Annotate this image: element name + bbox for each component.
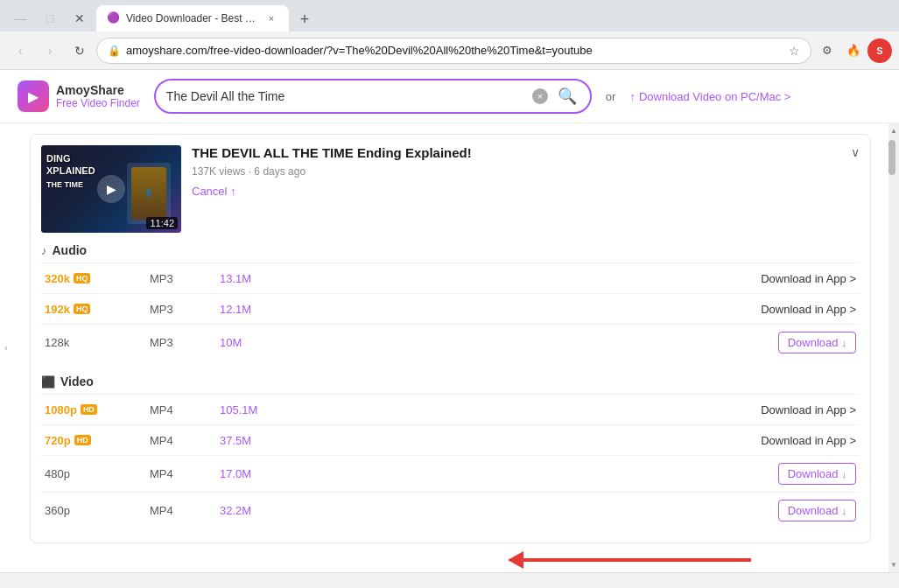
scroll-up-button[interactable]: ▲ bbox=[888, 125, 899, 136]
format-type-mp4-1: MP4 bbox=[150, 403, 220, 416]
address-text: amoyshare.com/free-video-downloader/?v=T… bbox=[126, 44, 783, 57]
download-arrow-icon: ↓ bbox=[842, 506, 847, 516]
quality-192k: 192k HQ bbox=[45, 303, 150, 316]
close-window-button[interactable]: ✕ bbox=[67, 5, 93, 32]
logo-name: AmoyShare bbox=[56, 83, 140, 97]
search-button[interactable]: 🔍 bbox=[555, 84, 579, 108]
quality-value: 320k bbox=[45, 272, 70, 285]
download-app-button-3[interactable]: Download in App > bbox=[761, 403, 856, 416]
video-title: THE DEVIL ALL THE TIME Ending Explained! bbox=[192, 145, 472, 160]
tab-close-button[interactable]: × bbox=[264, 11, 278, 25]
video-section-header: ⬛ Video bbox=[41, 368, 860, 394]
refresh-icon: ↻ bbox=[74, 44, 85, 58]
format-type-mp4-3: MP4 bbox=[150, 467, 220, 480]
extensions-button[interactable]: ⚙ bbox=[815, 38, 839, 63]
format-action-3: Download ↓ bbox=[778, 332, 856, 354]
download-app-button-1[interactable]: Download in App > bbox=[761, 272, 856, 285]
format-size-7: 32.2M bbox=[220, 504, 307, 517]
format-action-2: Download in App > bbox=[761, 301, 856, 317]
download-app-button-2[interactable]: Download in App > bbox=[761, 303, 856, 316]
search-clear-button[interactable]: × bbox=[532, 88, 548, 104]
video-actions: Cancel ↑ bbox=[192, 185, 860, 198]
download-pc-text: Download Video on PC/Mac > bbox=[639, 90, 791, 103]
profile-button[interactable]: S bbox=[867, 38, 892, 63]
status-bar bbox=[0, 572, 899, 588]
logo-text: AmoyShare Free Video Finder bbox=[56, 83, 140, 109]
play-button[interactable]: ▶ bbox=[97, 175, 125, 203]
tab-bar: — □ ✕ 🟣 Video Downloader - Best YouTub..… bbox=[0, 0, 899, 32]
logo-sub: Free Video Finder bbox=[56, 97, 140, 109]
download-free-button-1[interactable]: Download ↓ bbox=[778, 332, 856, 354]
audio-icon: ♪ bbox=[41, 244, 47, 257]
cancel-button[interactable]: Cancel ↑ bbox=[192, 185, 236, 198]
format-row-360p: 360p MP4 32.2M Download ↓ bbox=[41, 492, 860, 528]
scroll-thumb[interactable] bbox=[888, 140, 895, 175]
format-action-7: Download ↓ bbox=[778, 500, 856, 522]
back-icon: ‹ bbox=[18, 44, 23, 58]
download-arrow-icon: ↓ bbox=[842, 469, 847, 480]
audio-section: ♪ Audio 320k HQ MP3 13.1M bbox=[41, 233, 860, 532]
thumb-text: DINGXPLAINEDTHE TIME bbox=[46, 152, 95, 190]
tab-favicon: 🟣 bbox=[107, 11, 121, 25]
tab-label: Video Downloader - Best YouTub... bbox=[126, 12, 259, 24]
site-header: ▶ AmoyShare Free Video Finder × 🔍 or bbox=[0, 70, 899, 123]
format-row-1080p: 1080p HD MP4 105.1M Download in App > bbox=[41, 394, 860, 424]
video-meta: 137K views · 6 days ago bbox=[192, 165, 860, 178]
download-free-button-2[interactable]: Download ↓ bbox=[778, 463, 856, 485]
new-tab-button[interactable]: + bbox=[292, 7, 317, 32]
quality-value: 128k bbox=[45, 336, 69, 349]
video-icon: ⬛ bbox=[41, 375, 55, 388]
format-type-mp3-3: MP3 bbox=[150, 336, 220, 349]
quality-128k: 128k bbox=[45, 336, 150, 349]
search-input[interactable] bbox=[166, 89, 525, 103]
video-label: Video bbox=[60, 374, 94, 388]
nav-bar: ‹ › ↻ 🔒 amoyshare.com/free-video-downloa… bbox=[0, 32, 899, 70]
left-collapse-button[interactable]: ‹ bbox=[0, 123, 12, 572]
format-type-mp4-2: MP4 bbox=[150, 434, 220, 447]
minimize-button[interactable]: — bbox=[7, 5, 33, 32]
lock-icon: 🔒 bbox=[108, 45, 121, 57]
format-row-192k: 192k HQ MP3 12.1M Download in App > bbox=[41, 293, 860, 324]
video-duration: 11:42 bbox=[146, 217, 178, 229]
quality-value: 1080p bbox=[45, 403, 77, 416]
format-action-4: Download in App > bbox=[761, 402, 856, 417]
play-icon: ▶ bbox=[28, 88, 39, 105]
bookmark-icon[interactable]: ☆ bbox=[789, 44, 800, 58]
audio-label: Audio bbox=[53, 243, 88, 257]
download-free-button-3[interactable]: Download ↓ bbox=[778, 500, 856, 522]
video-thumbnail[interactable]: DINGXPLAINEDTHE TIME ▶ 👤 11 bbox=[41, 145, 181, 233]
logo-icon: ▶ bbox=[18, 80, 49, 112]
format-row-720p: 720p HD MP4 37.5M Download in App > bbox=[41, 424, 860, 455]
profile-icon-btn[interactable]: 🔥 bbox=[841, 38, 866, 63]
download-pc-link[interactable]: ↑ Download Video on PC/Mac > bbox=[629, 90, 790, 103]
or-label: or bbox=[606, 90, 616, 103]
active-tab[interactable]: 🟣 Video Downloader - Best YouTub... × bbox=[96, 5, 289, 32]
search-icon: 🔍 bbox=[558, 87, 577, 106]
format-action-5: Download in App > bbox=[761, 432, 856, 448]
collapse-video-button[interactable]: ∨ bbox=[851, 145, 860, 159]
format-size-5: 37.5M bbox=[220, 434, 307, 447]
hq-badge-2: HQ bbox=[74, 304, 91, 314]
address-bar[interactable]: 🔒 amoyshare.com/free-video-downloader/?v… bbox=[96, 38, 811, 64]
scrollbar[interactable]: ▲ ▼ bbox=[888, 123, 899, 572]
quality-value: 720p bbox=[45, 434, 71, 447]
back-button[interactable]: ‹ bbox=[7, 38, 33, 64]
hd-badge-1: HD bbox=[81, 404, 97, 415]
scroll-down-button[interactable]: ▼ bbox=[888, 559, 899, 570]
nav-icons: ⚙ 🔥 S bbox=[815, 38, 892, 63]
format-type-mp3-1: MP3 bbox=[150, 272, 220, 285]
main-content: DINGXPLAINEDTHE TIME ▶ 👤 11 bbox=[12, 123, 888, 572]
format-row-480p: 480p MP4 17.0M Download ↓ bbox=[41, 455, 860, 492]
download-app-button-4[interactable]: Download in App > bbox=[761, 434, 856, 447]
page-wrapper: ▶ AmoyShare Free Video Finder × 🔍 or bbox=[0, 70, 899, 588]
quality-720p: 720p HD bbox=[45, 434, 150, 447]
download-pc-icon: ↑ bbox=[629, 90, 636, 103]
maximize-button[interactable]: □ bbox=[37, 5, 63, 32]
download-label: Download bbox=[788, 467, 839, 480]
format-size-1: 13.1M bbox=[220, 272, 307, 285]
collapse-icon: ‹ bbox=[4, 343, 7, 353]
refresh-button[interactable]: ↻ bbox=[67, 38, 93, 64]
format-type-mp3-2: MP3 bbox=[150, 303, 220, 316]
forward-button[interactable]: › bbox=[37, 38, 63, 64]
quality-360p: 360p bbox=[45, 504, 150, 517]
